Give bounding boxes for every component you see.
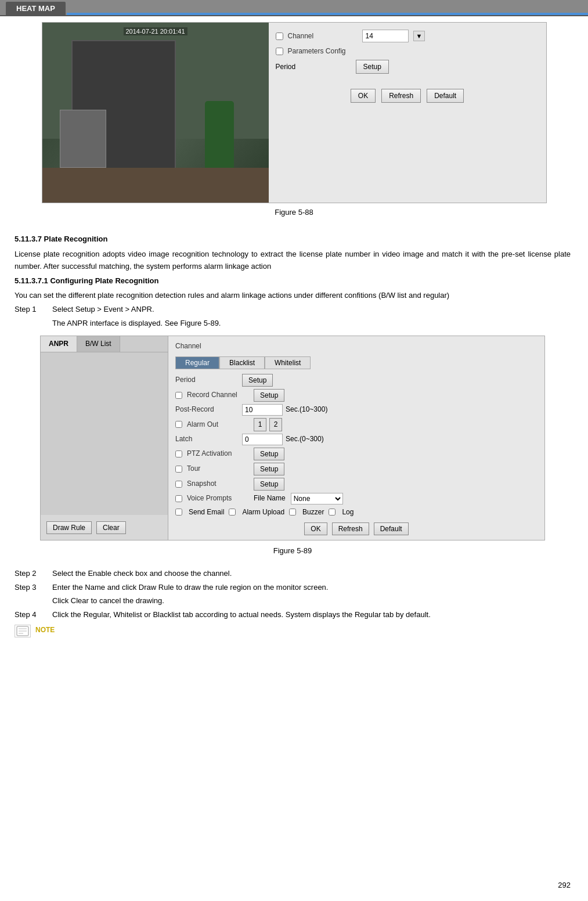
alarm-out-1[interactable]: 1	[254, 418, 266, 431]
send-email-checkbox[interactable]	[175, 509, 182, 516]
anpr-right-panel: Channel Regular Blacklist Whitelist Peri…	[168, 336, 544, 540]
alarm-out-2[interactable]: 2	[269, 418, 282, 431]
voice-prompts-row: Voice Prompts File Name None	[175, 493, 538, 504]
regular-button[interactable]: Regular	[175, 356, 219, 369]
anpr-footer-buttons: OK Refresh Default	[175, 522, 538, 535]
snapshot-checkbox[interactable]	[175, 481, 182, 488]
log-checkbox[interactable]	[329, 509, 336, 516]
anpr-channel-label: Channel	[175, 341, 239, 352]
latch-input[interactable]	[242, 434, 283, 445]
tour-checkbox[interactable]	[175, 466, 182, 473]
alarm-out-label: Alarm Out	[187, 419, 251, 430]
figure88-caption: Figure 5-88	[275, 208, 313, 217]
step4-label: Step 4	[15, 609, 52, 621]
body-text2: You can set the different plate recognit…	[15, 289, 571, 301]
clear-button[interactable]: Clear	[96, 521, 126, 534]
anpr-default-button[interactable]: Default	[374, 522, 409, 535]
scene-item	[60, 110, 106, 168]
figure89-container: ANPR B/W List Draw Rule Clear Channel	[40, 336, 545, 541]
whitelist-button[interactable]: Whitelist	[265, 356, 311, 369]
bw-list-tab[interactable]: B/W List	[77, 336, 120, 352]
latch-label: Latch	[175, 434, 239, 445]
tour-row: Tour Setup	[175, 463, 538, 475]
drawing-area	[41, 352, 168, 515]
post-record-input[interactable]	[242, 404, 283, 416]
note-label: NOTE	[35, 625, 55, 636]
alarm-out-checkbox[interactable]	[175, 421, 182, 428]
camera-image	[42, 23, 269, 203]
default-button[interactable]: Default	[427, 89, 464, 103]
channel-dropdown-icon[interactable]: ▼	[413, 31, 425, 41]
figure88-area: 2014-07-21 20:01:41 Channel 14 ▼ Paramet…	[0, 16, 588, 227]
alarm-upload-checkbox[interactable]	[229, 509, 236, 516]
note-area: NOTE	[15, 625, 571, 637]
snapshot-label: Snapshot	[187, 478, 251, 489]
step3-sub: Click Clear to cancel the drawing.	[52, 595, 571, 607]
ptz-btn[interactable]: Setup	[254, 448, 284, 460]
heat-map-tab[interactable]: HEAT MAP	[6, 2, 66, 15]
channel-row: Channel 14 ▼	[276, 30, 539, 42]
draw-rule-button[interactable]: Draw Rule	[46, 521, 92, 534]
camera-timestamp: 2014-07-21 20:01:41	[123, 27, 187, 35]
step4-text: Click the Regular, Whitelist or Blacklis…	[52, 609, 571, 621]
step1-label: Step 1	[15, 304, 52, 316]
voice-prompts-label: Voice Prompts	[187, 493, 251, 504]
step1-text: Select Setup > Event > ANPR.	[52, 304, 571, 316]
ptz-label: PTZ Activation	[187, 448, 251, 459]
latch-row: Latch Sec.(0~300)	[175, 434, 538, 445]
record-channel-btn[interactable]: Setup	[254, 389, 284, 402]
step1-row: Step 1 Select Setup > Event > ANPR.	[15, 304, 571, 316]
page-number: 292	[558, 881, 571, 889]
note-svg-icon	[16, 626, 29, 636]
period-btn[interactable]: Setup	[242, 374, 273, 387]
note-icon	[15, 625, 31, 637]
step4-row: Step 4 Click the Regular, Whitelist or B…	[15, 609, 571, 621]
subsection-title: 5.11.3.7.1 Configuring Plate Recognition	[15, 275, 571, 287]
mode-buttons: Regular Blacklist Whitelist	[175, 356, 538, 369]
snapshot-btn[interactable]: Setup	[254, 478, 284, 491]
refresh-button[interactable]: Refresh	[381, 89, 421, 103]
buzzer-checkbox[interactable]	[289, 509, 296, 516]
period-row: Period Setup	[276, 60, 539, 74]
anpr-left-panel: ANPR B/W List Draw Rule Clear	[41, 336, 168, 540]
anpr-tab-bar: ANPR B/W List	[41, 336, 168, 352]
figure88-right-panel: Channel 14 ▼ Parameters Config Period Se…	[269, 23, 546, 116]
figure89-area: ANPR B/W List Draw Rule Clear Channel	[15, 336, 571, 562]
tour-btn[interactable]: Setup	[254, 463, 284, 475]
post-record-unit: Sec.(10~300)	[286, 404, 327, 415]
step2-label: Step 2	[15, 568, 52, 580]
camera-preview: 2014-07-21 20:01:41	[42, 23, 269, 203]
channel-label: Channel	[288, 32, 358, 40]
anpr-ok-button[interactable]: OK	[304, 522, 327, 535]
params-config-row: Parameters Config	[276, 47, 539, 55]
figure89-caption: Figure 5-89	[273, 545, 312, 557]
params-config-checkbox[interactable]	[276, 48, 283, 55]
alarm-out-row: Alarm Out 1 2	[175, 418, 538, 431]
blacklist-button[interactable]: Blacklist	[219, 356, 265, 369]
params-config-label: Parameters Config	[288, 47, 358, 55]
post-record-row: Post-Record Sec.(10~300)	[175, 404, 538, 416]
period-form-row: Period Setup	[175, 374, 538, 387]
anpr-refresh-button[interactable]: Refresh	[332, 522, 369, 535]
ok-button[interactable]: OK	[351, 89, 376, 103]
channel-input[interactable]: 14	[362, 30, 409, 42]
anpr-tab[interactable]: ANPR	[41, 336, 77, 352]
log-label: Log	[342, 507, 353, 518]
voice-prompts-checkbox[interactable]	[175, 495, 182, 502]
channel-checkbox[interactable]	[276, 33, 283, 40]
step2-row: Step 2 Select the Enable check box and c…	[15, 568, 571, 580]
period-label: Period	[276, 63, 351, 71]
tour-label: Tour	[187, 463, 251, 474]
file-name-select[interactable]: None	[291, 493, 343, 504]
record-channel-label: Record Channel	[187, 390, 251, 401]
record-channel-checkbox[interactable]	[175, 392, 182, 399]
buzzer-label: Buzzer	[302, 507, 324, 518]
ptz-checkbox[interactable]	[175, 451, 182, 457]
period-setup-button[interactable]: Setup	[356, 60, 389, 74]
anpr-channel-row: Channel	[175, 341, 538, 352]
figure88-bottom-buttons: OK Refresh Default	[276, 83, 539, 109]
step2-text: Select the Enable check box and choose t…	[52, 568, 571, 580]
scene-floor	[42, 168, 269, 203]
content-area: 5.11.3.7 Plate Recognition License plate…	[0, 227, 588, 644]
body-text1: License plate recognition adopts video i…	[15, 248, 571, 273]
